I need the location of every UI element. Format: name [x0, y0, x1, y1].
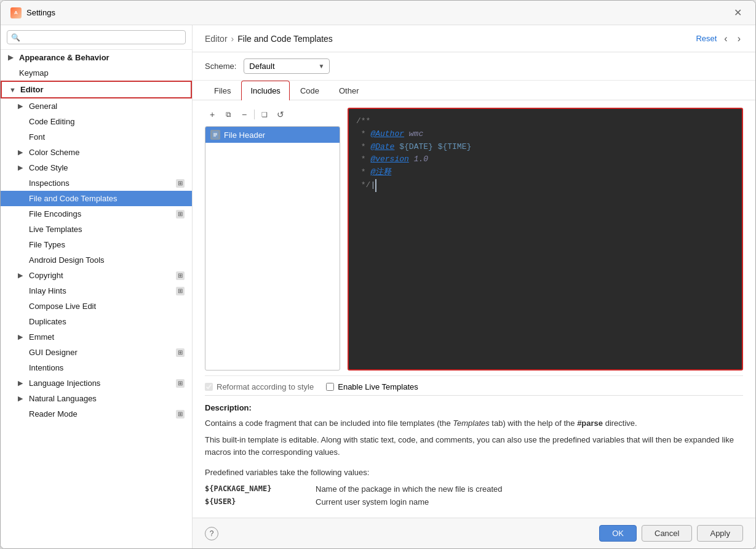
sidebar-item-keymap[interactable]: Keymap [1, 65, 192, 81]
code-line-6: */| [356, 179, 734, 192]
sidebar-item-copyright[interactable]: ▶ Copyright ⊞ [1, 268, 192, 283]
sidebar-item-duplicates[interactable]: Duplicates [1, 314, 192, 329]
reformat-option[interactable]: Reformat according to style [205, 382, 314, 391]
sidebar-item-emmet[interactable]: ▶ Emmet [1, 329, 192, 345]
sidebar-item-label: GUI Designer [29, 348, 78, 357]
right-panel: Editor › File and Code Templates Reset ‹… [193, 25, 755, 548]
sidebar-item-file-encodings[interactable]: File Encodings ⊞ [1, 206, 192, 222]
sidebar-item-gui-designer[interactable]: GUI Designer ⊞ [1, 345, 192, 360]
sidebar-item-inspections[interactable]: Inspections ⊞ [1, 175, 192, 191]
sidebar-item-label: Intentions [29, 363, 63, 372]
sidebar-item-live-templates[interactable]: Live Templates [1, 222, 192, 237]
tab-files[interactable]: Files [205, 81, 240, 100]
code-line-5: * @注释 [356, 166, 734, 179]
ok-button[interactable]: OK [599, 525, 637, 542]
sidebar-item-label: Inlay Hints [29, 286, 66, 295]
forward-button[interactable]: › [735, 32, 743, 46]
search-input[interactable] [23, 33, 181, 42]
cancel-button[interactable]: Cancel [642, 525, 692, 542]
expand-arrow: ▶ [18, 379, 26, 387]
scheme-row: Scheme: Default ▼ [193, 52, 755, 81]
sidebar-item-appearance[interactable]: ▶ Appearance & Behavior [1, 50, 192, 65]
expand-arrow: ▶ [18, 148, 26, 156]
apply-button[interactable]: Apply [697, 525, 743, 542]
remove-template-button[interactable]: − [237, 108, 252, 121]
description-title: Description: [205, 403, 743, 412]
sidebar-item-file-types[interactable]: File Types [1, 237, 192, 252]
reformat-checkbox[interactable] [205, 383, 213, 391]
sidebar-item-label: Code Editing [29, 117, 74, 126]
duplicate-template-button[interactable]: ❏ [257, 108, 272, 121]
toolbar-separator [254, 110, 255, 119]
sidebar-item-label: Keymap [19, 68, 49, 78]
code-editor[interactable]: /** * @Author wmc * @Date ${DATE} ${TIME… [348, 108, 743, 371]
sidebar-item-compose-live-edit[interactable]: Compose Live Edit [1, 299, 192, 314]
expand-arrow: ▶ [18, 395, 26, 403]
code-line-2: * @Author wmc [356, 128, 734, 141]
sidebar-item-intentions[interactable]: Intentions [1, 360, 192, 375]
close-button[interactable]: ✕ [730, 6, 746, 20]
template-item-label: File Header [224, 130, 265, 140]
sidebar-item-color-scheme[interactable]: ▶ Color Scheme [1, 145, 192, 160]
add-template-button[interactable]: + [205, 108, 220, 121]
sidebar: 🔍 ▶ Appearance & Behavior Keymap ▼ Edito… [1, 25, 193, 548]
app-icon: A [10, 7, 22, 18]
template-item-file-header[interactable]: File Header [205, 127, 340, 143]
expand-arrow: ▶ [8, 54, 17, 62]
sidebar-item-inlay-hints[interactable]: Inlay Hints ⊞ [1, 283, 192, 299]
sidebar-item-label: Color Scheme [29, 148, 79, 157]
reset-button[interactable]: Reset [696, 34, 717, 43]
tabs-row: Files Includes Code Other [193, 81, 755, 100]
description-para-2: This built-in template is editable. Alon… [205, 434, 743, 460]
reformat-label: Reformat according to style [217, 382, 314, 391]
vars-table: Predefined variables take the following … [205, 467, 743, 507]
sidebar-item-label: Language Injections [29, 379, 100, 388]
copy-template-button[interactable]: ⧉ [221, 108, 236, 121]
sidebar-item-general[interactable]: ▶ General [1, 98, 192, 114]
tab-includes[interactable]: Includes [241, 81, 289, 100]
search-icon: 🔍 [11, 33, 20, 42]
gui-badge: ⊞ [176, 348, 185, 357]
templates-list: File Header [205, 126, 340, 371]
tab-other[interactable]: Other [330, 81, 368, 100]
expand-arrow: ▶ [18, 102, 26, 110]
sidebar-item-label: Copyright [29, 271, 63, 280]
sidebar-item-font[interactable]: Font [1, 129, 192, 145]
breadcrumb-parent: Editor [205, 34, 228, 44]
reset-template-button[interactable]: ↺ [273, 108, 288, 121]
live-templates-label: Enable Live Templates [338, 382, 418, 391]
expand-arrow: ▶ [18, 333, 26, 341]
sidebar-item-android-design[interactable]: Android Design Tools [1, 252, 192, 268]
tab-code[interactable]: Code [291, 81, 328, 100]
file-enc-badge: ⊞ [176, 210, 185, 218]
sidebar-item-label: Code Style [29, 163, 68, 172]
inspections-badge: ⊞ [176, 179, 185, 188]
code-line-4: * @version 1.0 [356, 153, 734, 166]
description-panel: Description: Contains a code fragment th… [205, 395, 743, 518]
sidebar-item-code-style[interactable]: ▶ Code Style [1, 160, 192, 175]
bottom-left: ? [205, 527, 218, 540]
help-button[interactable]: ? [205, 527, 218, 540]
sidebar-item-natural-languages[interactable]: ▶ Natural Languages [1, 391, 192, 406]
sidebar-item-code-editing[interactable]: Code Editing [1, 114, 192, 129]
sidebar-item-label: Live Templates [29, 225, 82, 234]
toolbar: + ⧉ − ❏ ↺ [205, 108, 340, 121]
sidebar-item-label: Android Design Tools [29, 255, 105, 265]
search-wrap[interactable]: 🔍 [7, 30, 186, 44]
panel-header: Editor › File and Code Templates Reset ‹… [193, 25, 755, 52]
sidebar-item-file-code-templates[interactable]: File and Code Templates [1, 191, 192, 206]
chevron-down-icon: ▼ [318, 63, 324, 70]
lang-badge: ⊞ [176, 379, 185, 388]
sidebar-item-reader-mode[interactable]: Reader Mode ⊞ [1, 406, 192, 422]
sidebar-item-language-injections[interactable]: ▶ Language Injections ⊞ [1, 375, 192, 391]
code-line-3: * @Date ${DATE} ${TIME} [356, 141, 734, 154]
panel-body: + ⧉ − ❏ ↺ [193, 100, 755, 518]
sidebar-item-label: General [29, 102, 57, 111]
var-desc-user: Current user system login name [316, 497, 429, 507]
live-templates-option[interactable]: Enable Live Templates [326, 382, 418, 391]
sidebar-item-editor[interactable]: ▼ Editor [1, 81, 192, 98]
back-button[interactable]: ‹ [722, 32, 730, 46]
reader-badge: ⊞ [176, 410, 185, 419]
live-templates-checkbox[interactable] [326, 383, 334, 391]
scheme-select[interactable]: Default ▼ [244, 58, 330, 74]
